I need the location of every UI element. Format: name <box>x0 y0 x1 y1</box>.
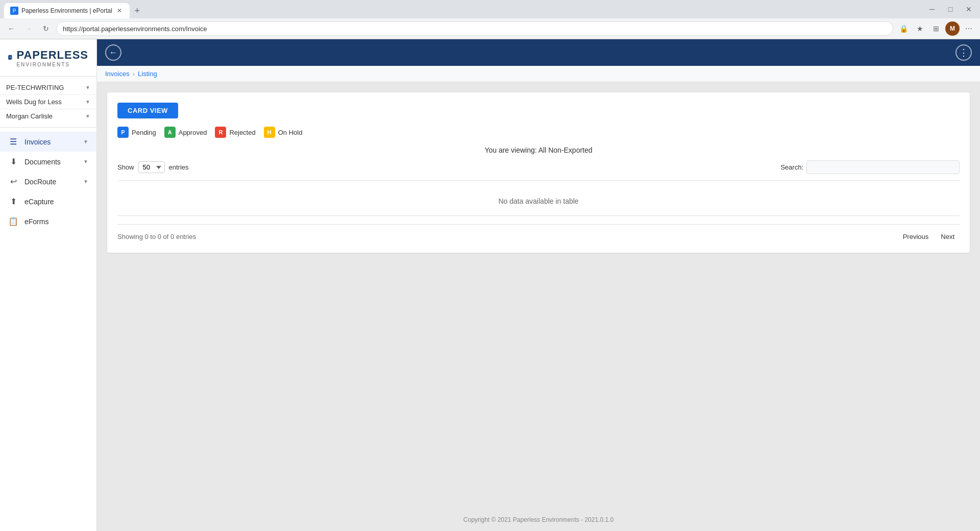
card-view-button[interactable]: CARD VIEW <box>117 103 178 118</box>
entries-select[interactable]: 10 25 50 100 <box>138 161 165 173</box>
invoices-icon: ☰ <box>8 137 18 147</box>
documents-arrow: ▼ <box>83 159 88 164</box>
viewing-label: You are viewing: All Non-Exported <box>117 146 960 154</box>
top-nav: ← ⋮ <box>97 39 980 66</box>
table-footer: Showing 0 to 0 of 0 entries Previous Nex… <box>117 224 960 243</box>
breadcrumb-invoices[interactable]: Invoices <box>105 70 130 78</box>
sidebar-item-documents[interactable]: ⬇ Documents ▼ <box>0 152 96 172</box>
sidebar-item-invoices[interactable]: ☰ Invoices ▼ <box>0 132 96 152</box>
company-label: PE-TECHWRITING <box>6 84 64 91</box>
onhold-badge: H <box>264 127 275 138</box>
sidebar-dropdowns: PE-TECHWRITING ▼ Wells Dug for Less ▼ Mo… <box>0 77 96 128</box>
maximize-button[interactable]: □ <box>943 2 958 16</box>
browser-back-button[interactable]: ← <box>4 21 18 36</box>
onhold-label: On Hold <box>278 129 303 136</box>
ecapture-icon: ⬆ <box>8 197 18 206</box>
user-dropdown-arrow: ▼ <box>85 113 90 119</box>
sidebar-nav: ☰ Invoices ▼ ⬇ Documents ▼ ↩ DocRoute ▼ … <box>0 128 96 531</box>
collections-button[interactable]: ⊞ <box>929 21 943 36</box>
user-label: Morgan Carlisle <box>6 112 53 120</box>
docroute-label: DocRoute <box>24 178 77 186</box>
settings-button[interactable]: ⋯ <box>962 21 976 36</box>
close-button[interactable]: ✕ <box>962 2 976 16</box>
user-dropdown[interactable]: Morgan Carlisle ▼ <box>0 109 96 123</box>
pending-label: Pending <box>132 129 156 136</box>
company-dropdown[interactable]: PE-TECHWRITING ▼ <box>0 81 96 95</box>
browser-forward-button[interactable]: → <box>21 21 36 36</box>
search-input[interactable] <box>806 160 960 174</box>
pending-badge: P <box>117 127 129 138</box>
breadcrumb: Invoices › Listing <box>97 66 980 82</box>
top-nav-left: ← <box>105 44 121 61</box>
tab-favicon: P <box>10 7 18 15</box>
invoices-label: Invoices <box>24 138 77 146</box>
company-dropdown-arrow: ▼ <box>85 85 90 90</box>
rejected-badge: R <box>215 127 226 138</box>
kebab-menu-button[interactable]: ⋮ <box>955 44 972 61</box>
active-tab[interactable]: P Paperless Environments | ePortal ✕ <box>4 3 130 18</box>
content-area: CARD VIEW P Pending A Approved R Rejecte… <box>97 82 980 508</box>
previous-button[interactable]: Previous <box>898 231 934 243</box>
app-container: PAPERLESS ENVIRONMENTS PE-TECHWRITING ▼ … <box>0 39 980 531</box>
extensions-button[interactable]: 🔒 <box>896 21 911 36</box>
table-divider <box>117 180 960 181</box>
logo-icon <box>8 45 12 70</box>
status-badges: P Pending A Approved R Rejected H On Hol… <box>117 127 960 138</box>
approved-label: Approved <box>179 129 207 136</box>
show-label: Show <box>117 163 134 171</box>
tab-close-button[interactable]: ✕ <box>115 7 124 15</box>
new-tab-button[interactable]: + <box>130 3 145 18</box>
eforms-icon: 📋 <box>8 216 18 226</box>
client-label: Wells Dug for Less <box>6 98 62 106</box>
docroute-arrow: ▼ <box>83 179 88 184</box>
sidebar-logo: PAPERLESS ENVIRONMENTS <box>0 39 96 77</box>
browser-refresh-button[interactable]: ↻ <box>39 21 53 36</box>
status-badge-approved: A Approved <box>164 127 207 138</box>
sidebar-item-eforms[interactable]: 📋 eForms <box>0 211 96 231</box>
next-button[interactable]: Next <box>936 231 960 243</box>
no-data-message: No data available in table <box>117 187 960 215</box>
content-card: CARD VIEW P Pending A Approved R Rejecte… <box>107 92 970 253</box>
back-button[interactable]: ← <box>105 44 121 61</box>
documents-label: Documents <box>24 158 77 166</box>
logo-paperless: PAPERLESS <box>16 49 88 62</box>
browser-titlebar: P Paperless Environments | ePortal ✕ + ─… <box>0 0 980 18</box>
table-controls: Show 10 25 50 100 entries Search: <box>117 160 960 174</box>
approved-badge: A <box>164 127 176 138</box>
sidebar-item-docroute[interactable]: ↩ DocRoute ▼ <box>0 172 96 191</box>
client-dropdown-arrow: ▼ <box>85 99 90 105</box>
browser-chrome: P Paperless Environments | ePortal ✕ + ─… <box>0 0 980 39</box>
address-bar[interactable] <box>56 21 893 36</box>
status-badge-rejected: R Rejected <box>215 127 255 138</box>
eforms-label: eForms <box>24 218 88 226</box>
logo-environments: ENVIRONMENTS <box>16 62 88 67</box>
main-content: ← ⋮ Invoices › Listing CARD VIEW P Pendi… <box>97 39 980 531</box>
sidebar-item-ecapture[interactable]: ⬆ eCapture <box>0 191 96 211</box>
minimize-button[interactable]: ─ <box>925 2 939 16</box>
docroute-icon: ↩ <box>8 177 18 186</box>
tab-title: Paperless Environments | ePortal <box>21 7 112 14</box>
profile-avatar[interactable]: M <box>945 21 960 36</box>
breadcrumb-listing[interactable]: Listing <box>138 70 157 78</box>
documents-icon: ⬇ <box>8 157 18 166</box>
client-dropdown[interactable]: Wells Dug for Less ▼ <box>0 95 96 109</box>
ecapture-label: eCapture <box>24 198 88 206</box>
showing-label: Showing 0 to 0 of 0 entries <box>117 233 196 240</box>
invoices-arrow: ▼ <box>83 139 88 144</box>
footer: Copyright © 2021 Paperless Environments … <box>97 508 980 531</box>
browser-tabs: P Paperless Environments | ePortal ✕ + <box>4 0 145 18</box>
show-entries: Show 10 25 50 100 entries <box>117 161 189 173</box>
copyright-text: Copyright © 2021 Paperless Environments … <box>463 516 614 523</box>
favorites-button[interactable]: ★ <box>913 21 927 36</box>
sidebar: PAPERLESS ENVIRONMENTS PE-TECHWRITING ▼ … <box>0 39 97 531</box>
nav-icons: 🔒 ★ ⊞ M ⋯ <box>896 21 976 36</box>
breadcrumb-separator: › <box>133 70 135 78</box>
rejected-label: Rejected <box>229 129 255 136</box>
search-box: Search: <box>780 160 960 174</box>
logo-text: PAPERLESS ENVIRONMENTS <box>16 49 88 67</box>
svg-point-4 <box>10 57 10 58</box>
status-badge-pending: P Pending <box>117 127 156 138</box>
entries-label: entries <box>169 163 189 171</box>
search-label: Search: <box>780 163 803 171</box>
table-divider-bottom <box>117 215 960 216</box>
